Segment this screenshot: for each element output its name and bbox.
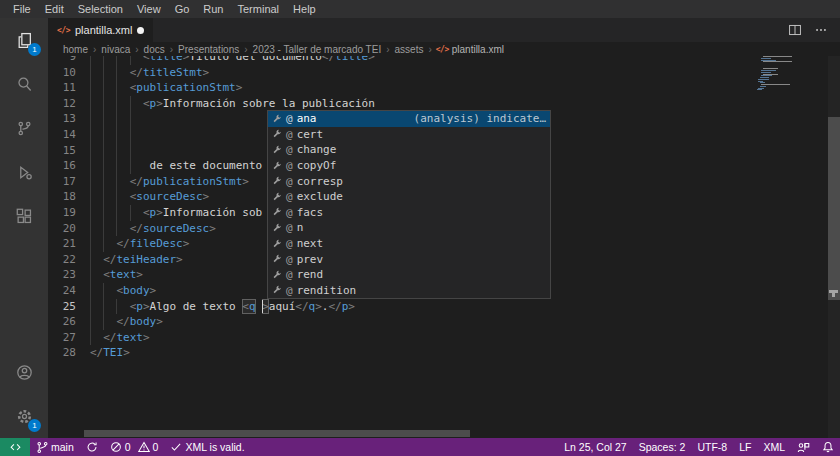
code-token: >: [368, 56, 375, 65]
source-control-button[interactable]: [0, 106, 48, 150]
accounts-button[interactable]: [0, 350, 48, 394]
indent-guides: [90, 80, 130, 96]
menu-item-help[interactable]: Help: [286, 0, 323, 18]
code-line[interactable]: 9<title>Título del documento</title>: [48, 56, 375, 65]
suggestion-item[interactable]: @rendition: [268, 283, 550, 299]
property-icon: [272, 239, 282, 249]
suggestion-item[interactable]: @rend: [268, 267, 550, 283]
gutter-gap: [76, 111, 90, 127]
line-number: 9: [48, 56, 76, 65]
code-token: p: [342, 299, 349, 315]
menu-item-terminal[interactable]: Terminal: [231, 0, 287, 18]
suggestion-item[interactable]: @next: [268, 236, 550, 252]
vertical-scrollbar-thumb[interactable]: [828, 117, 840, 300]
breadcrumb-separator-icon: ›: [131, 44, 142, 55]
code-line[interactable]: 28</TEI>: [48, 345, 375, 361]
code-token: sourceDesc: [136, 189, 202, 205]
suggestion-label: ana: [297, 112, 317, 125]
suggestion-item[interactable]: @cert: [268, 127, 550, 143]
split-editor-icon[interactable]: [788, 23, 802, 37]
feedback-button[interactable]: [791, 438, 816, 456]
suggestion-item[interactable]: @change: [268, 142, 550, 158]
breadcrumb: home›nivaca›docs›Presentations›2023 - Ta…: [48, 42, 840, 56]
explorer-button[interactable]: 1: [0, 18, 48, 62]
warnings-count: 0: [153, 441, 159, 453]
problems-indicator[interactable]: 0 0: [104, 438, 165, 456]
status-bar: main 0 0 XML is valid. Ln 25, Col 27 Spa…: [0, 438, 840, 456]
gutter-gap: [76, 65, 90, 81]
suggestion-item[interactable]: @prev: [268, 251, 550, 267]
search-button[interactable]: [0, 62, 48, 106]
xml-valid-status[interactable]: XML is valid.: [164, 438, 250, 456]
breadcrumb-item-file[interactable]: plantilla.xml: [452, 44, 504, 55]
code-editor[interactable]: 9<title>Título del documento</title>10</…: [48, 56, 840, 438]
suggestion-item[interactable]: @n: [268, 220, 550, 236]
suggestion-at-sign: @: [286, 253, 293, 266]
code-token: >: [236, 80, 243, 96]
code-line[interactable]: 11<publicationStmt>: [48, 80, 375, 96]
minimap[interactable]: [757, 56, 828, 438]
eol-indicator[interactable]: LF: [733, 438, 757, 456]
suggestion-item[interactable]: @ana(analysis) indicate…: [268, 111, 550, 127]
suggestion-label: rend: [297, 268, 324, 281]
breadcrumb-item[interactable]: docs: [143, 44, 166, 55]
breadcrumb-item[interactable]: Presentations: [177, 44, 240, 55]
code-token: >: [156, 96, 163, 112]
gutter-gap: [76, 221, 90, 237]
suggestion-item[interactable]: @corresp: [268, 173, 550, 189]
account-icon: [16, 364, 33, 381]
settings-button[interactable]: 1: [0, 394, 48, 438]
code-token: >: [242, 174, 249, 190]
code-token: publicationStmt: [136, 80, 235, 96]
menu-item-selection[interactable]: Selection: [71, 0, 130, 18]
code-line[interactable]: 25<p>Algo de texto <q >aquí</q>.</p>: [48, 299, 375, 315]
language-mode[interactable]: XML: [757, 438, 791, 456]
code-token: >: [209, 221, 216, 237]
cursor-position[interactable]: Ln 25, Col 27: [558, 438, 632, 456]
code-token: p: [136, 299, 143, 315]
line-number: 26: [48, 314, 76, 330]
breadcrumb-item[interactable]: 2023 - Taller de marcado TEI: [252, 44, 383, 55]
suggestion-label: rendition: [297, 284, 357, 297]
code-token: teiHeader: [116, 252, 176, 268]
horizontal-scrollbar-thumb[interactable]: [84, 430, 470, 437]
vertical-scrollbar[interactable]: [828, 56, 840, 438]
sync-button[interactable]: [80, 438, 104, 456]
code-line[interactable]: 10</titleStmt>: [48, 65, 375, 81]
gutter-gap: [76, 299, 90, 315]
menu-item-go[interactable]: Go: [168, 0, 197, 18]
breadcrumb-item[interactable]: home: [62, 44, 89, 55]
menu-item-file[interactable]: File: [6, 0, 38, 18]
line-number: 17: [48, 174, 76, 190]
line-number: 16: [48, 158, 76, 174]
code-line[interactable]: 26</body>: [48, 314, 375, 330]
property-icon: [272, 129, 282, 139]
indent-guides: [90, 56, 143, 65]
menu-item-edit[interactable]: Edit: [38, 0, 71, 18]
suggestion-item[interactable]: @copyOf: [268, 158, 550, 174]
suggestion-item[interactable]: @facs: [268, 205, 550, 221]
breadcrumb-item[interactable]: nivaca: [100, 44, 131, 55]
code-line[interactable]: 27</text>: [48, 330, 375, 346]
suggestion-item[interactable]: @exclude: [268, 189, 550, 205]
tab-bar: </> plantilla.xml: [48, 18, 840, 42]
remote-indicator[interactable]: [0, 438, 30, 456]
more-actions-icon[interactable]: [814, 23, 828, 37]
branch-indicator[interactable]: main: [30, 438, 80, 456]
extensions-button[interactable]: [0, 194, 48, 238]
modified-dot-icon[interactable]: [137, 27, 144, 34]
run-debug-button[interactable]: [0, 150, 48, 194]
code-token: sourceDesc: [143, 221, 209, 237]
tab-plantilla-xml[interactable]: </> plantilla.xml: [48, 18, 153, 42]
breadcrumb-item[interactable]: assets: [394, 44, 425, 55]
menu-item-view[interactable]: View: [130, 0, 168, 18]
errors-icon: [110, 441, 122, 453]
code-token: .: [322, 299, 329, 315]
minimap-line: [757, 89, 762, 90]
menu-item-run[interactable]: Run: [196, 0, 230, 18]
code-token: q: [249, 300, 256, 313]
notifications-button[interactable]: [816, 438, 840, 456]
indentation-indicator[interactable]: Spaces: 2: [633, 438, 692, 456]
encoding-indicator[interactable]: UTF-8: [691, 438, 733, 456]
suggestion-label: copyOf: [297, 159, 337, 172]
